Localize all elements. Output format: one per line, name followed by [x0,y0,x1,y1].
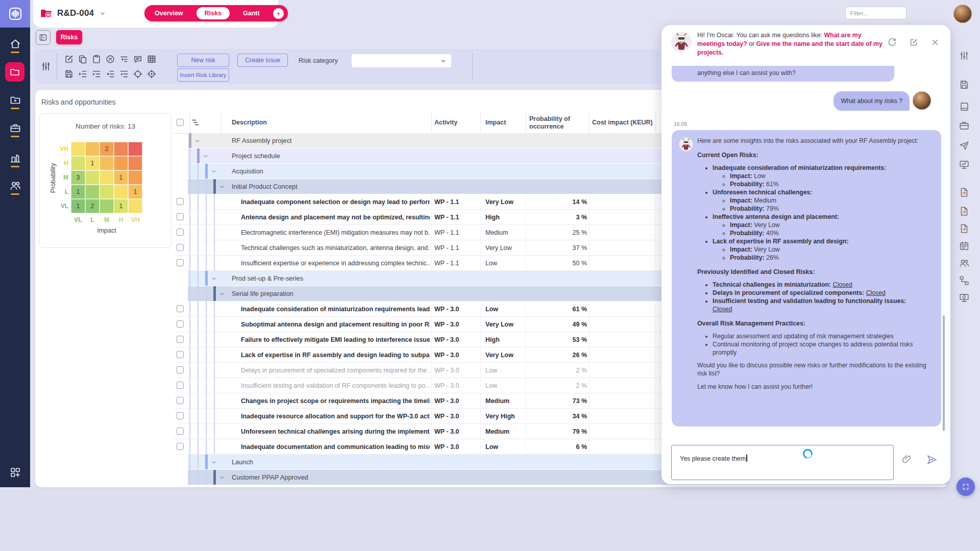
rail-export-word[interactable] [959,223,970,234]
matrix-cell-L-H[interactable] [114,185,128,199]
chevron-down-icon[interactable] [202,153,209,160]
rail-export-excel[interactable] [959,206,970,217]
select-all-checkbox[interactable] [177,119,184,126]
chat-scrollbar[interactable] [943,315,945,431]
matrix-cell-L-L[interactable] [85,185,100,199]
matrix-cell-L-VL[interactable]: 1 [71,185,85,199]
row-checkbox[interactable] [177,213,184,220]
rail-workflow[interactable] [959,275,970,286]
chevron-down-icon[interactable] [99,9,107,17]
matrix-cell-H-H[interactable] [114,156,128,170]
column-header-1[interactable]: Activity [434,112,480,133]
row-checkbox[interactable] [177,259,184,266]
target-dot-button[interactable] [146,68,157,80]
closed-status-link[interactable]: Closed [833,281,852,288]
sidebar-item-home[interactable] [0,34,30,54]
sidebar-item-machines[interactable] [0,148,30,168]
matrix-cell-VH-VH[interactable] [128,142,142,156]
sidebar-item-toolbox[interactable] [0,118,30,138]
project-switcher[interactable]: R&D-004 [39,7,107,20]
add-tab-button[interactable] [273,8,284,19]
closed-status-link[interactable]: Closed [713,306,732,313]
new-risk-button[interactable]: New risk [177,54,229,67]
matrix-cell-L-VH[interactable]: 1 [128,185,142,199]
risk-category-select[interactable] [352,54,451,67]
comment-button[interactable] [133,54,143,65]
tab-gantt[interactable]: Gantt [240,7,263,19]
indent-button[interactable] [78,68,88,80]
matrix-cell-M-M[interactable] [100,170,114,185]
edit-button[interactable] [64,54,74,65]
insert-risk-library-button[interactable]: Insert Risk Library [177,68,229,82]
tab-overview[interactable]: Overview [152,7,186,19]
user-avatar[interactable] [953,5,972,23]
outdent-button[interactable] [105,68,115,80]
matrix-cell-VL-L[interactable]: 2 [85,199,100,213]
target-button[interactable] [133,68,143,80]
copy-button[interactable] [78,54,88,65]
new-chat-icon[interactable] [909,37,919,47]
rail-save[interactable] [959,79,970,90]
send-icon[interactable] [925,453,939,466]
attachment-icon[interactable] [901,454,912,464]
chevron-down-icon[interactable] [218,183,226,190]
row-checkbox[interactable] [177,198,184,205]
matrix-cell-M-L[interactable] [85,170,100,185]
sidebar-item-media-library[interactable] [0,90,30,110]
matrix-cell-H-L[interactable]: 1 [85,156,100,170]
outdent-alt-button[interactable] [119,68,129,80]
row-checkbox[interactable] [177,305,184,312]
rail-library[interactable] [959,101,970,112]
panel-toggle-button[interactable] [36,30,51,45]
matrix-cell-VL-VL[interactable]: 1 [71,199,85,213]
create-issue-button[interactable]: Create issue [237,54,288,67]
column-header-3[interactable]: Probability of occurrence [529,112,573,133]
matrix-cell-H-VL[interactable] [71,156,85,170]
rail-export-pdf[interactable] [959,187,970,198]
risks-page-button[interactable]: Risks [56,30,82,44]
tune-icon[interactable] [40,61,52,72]
attachment-icon[interactable] [901,454,912,464]
paste-button[interactable] [91,54,102,65]
matrix-cell-VL-M[interactable] [100,199,114,213]
matrix-cell-M-VL[interactable]: 3 [71,170,85,185]
chat-fullscreen-button[interactable] [957,478,975,496]
sidebar-item-add-dashboard[interactable] [0,462,30,483]
tab-risks[interactable]: Risks [197,7,230,19]
rail-presentation[interactable] [959,159,970,170]
rail-calendar[interactable] [959,240,970,252]
chevron-down-icon[interactable] [210,168,217,175]
table-button[interactable] [146,54,157,65]
row-checkbox[interactable] [177,351,184,358]
send-icon[interactable] [925,453,939,466]
rail-send[interactable] [959,140,970,151]
row-checkbox[interactable] [177,229,184,236]
row-checkbox[interactable] [177,366,184,373]
row-checkbox[interactable] [177,244,184,251]
matrix-cell-VH-M[interactable]: 2 [100,142,114,156]
column-header-0[interactable]: Description [232,112,426,133]
hierarchy-icon[interactable] [191,118,200,127]
chevron-down-icon[interactable] [218,474,226,481]
refresh-icon[interactable] [887,37,897,47]
chevron-down-icon[interactable] [218,290,226,297]
row-checkbox[interactable] [177,320,184,328]
chevron-down-icon[interactable] [99,9,107,17]
column-header-4[interactable]: Cost impact (KEUR) [592,112,664,133]
refresh-icon[interactable] [887,37,897,47]
row-checkbox[interactable] [177,336,184,343]
row-checkbox[interactable] [177,412,184,419]
new-chat-icon[interactable] [909,37,919,47]
rail-monitor[interactable] [959,292,970,304]
cancel-button[interactable] [105,54,115,65]
row-checkbox[interactable] [177,443,184,450]
column-header-2[interactable]: Impact [485,112,526,133]
matrix-cell-M-H[interactable]: 1 [114,170,128,185]
row-checkbox[interactable] [177,397,184,404]
matrix-cell-VH-H[interactable] [114,142,128,156]
matrix-cell-VH-L[interactable] [85,142,100,156]
sidebar-item-projects[interactable] [5,62,24,82]
matrix-cell-VL-H[interactable]: 1 [114,199,128,213]
chevron-down-icon[interactable] [194,137,201,144]
matrix-cell-M-VH[interactable] [128,170,142,185]
